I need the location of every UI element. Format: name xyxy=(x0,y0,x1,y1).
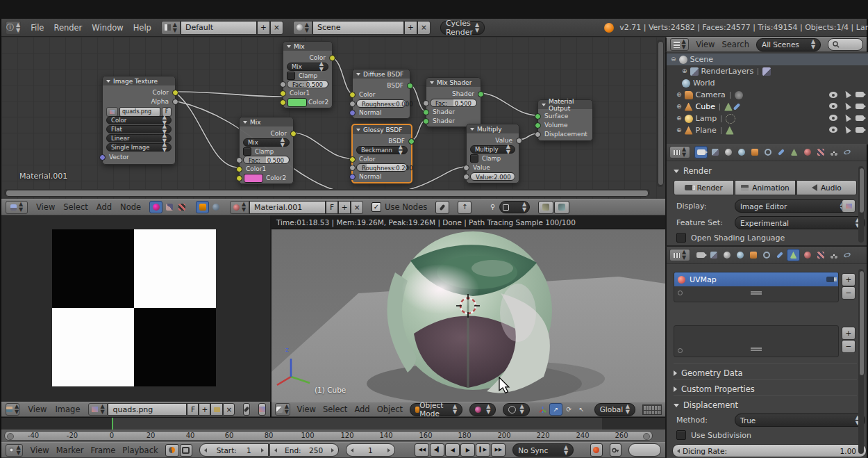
menu-view[interactable]: View xyxy=(297,404,316,414)
tab-scene[interactable] xyxy=(722,147,734,158)
custom-properties-panel-header[interactable]: Custom Properties xyxy=(674,379,857,394)
viewport-3d[interactable]: z (1) Cube xyxy=(272,229,665,402)
translate-manipulator[interactable]: ↗ xyxy=(549,403,562,416)
node-glossy-bsdf[interactable]: Glossy BSDF BSDF Beckmann▲▼ Color Roughn… xyxy=(351,124,412,183)
scene-name[interactable]: Scene xyxy=(312,21,404,35)
tab-render-layers[interactable] xyxy=(708,250,719,261)
collapse-icon[interactable] xyxy=(430,81,434,84)
properties-data-editor[interactable]: ▲▼ UVMap + − Vertex Colors xyxy=(665,247,867,458)
menu-search[interactable]: Search xyxy=(721,40,749,49)
fake-user-button[interactable]: F xyxy=(326,201,338,214)
pivot-dropdown[interactable]: ▲▼ xyxy=(503,403,529,416)
socket-displacement-input[interactable] xyxy=(535,131,541,138)
remove-vertex-color-button[interactable]: − xyxy=(842,340,856,353)
socket-color1-input[interactable] xyxy=(236,166,242,172)
blend-type-dropdown[interactable]: Mix▲▼ xyxy=(287,63,328,71)
tab-object-data[interactable] xyxy=(787,249,800,261)
socket-color-output[interactable] xyxy=(172,90,178,96)
editor-type-selector-node[interactable]: ▲▼ xyxy=(6,201,28,214)
add-vertex-color-button[interactable]: + xyxy=(842,327,856,340)
editor-type-selector-3d[interactable]: ▲▼ xyxy=(275,403,290,416)
blend-type-dropdown[interactable]: Mix▲▼ xyxy=(243,138,290,147)
node-diffuse-bsdf[interactable]: Diffuse BSDF BSDF Color Roughness:0.000 … xyxy=(352,69,410,119)
scrollbar-cap-left[interactable] xyxy=(7,433,14,440)
snap-element-dropdown[interactable]: ▲▼ xyxy=(499,201,530,213)
decrement-arrow[interactable] xyxy=(351,448,353,452)
decrement-arrow[interactable] xyxy=(274,448,277,452)
expand-icon[interactable]: ⊕ xyxy=(682,68,687,74)
menu-image[interactable]: Image xyxy=(55,404,80,414)
fac-slider[interactable]: Fac:0.500 xyxy=(287,80,328,88)
tab-object[interactable] xyxy=(747,250,759,261)
increment-arrow[interactable] xyxy=(387,448,390,452)
h-scrollbar-track[interactable] xyxy=(4,189,650,196)
uvmap-list-item[interactable]: UVMap xyxy=(674,272,838,286)
menu-view[interactable]: View xyxy=(696,40,715,49)
editor-type-selector-info[interactable]: ⓘ ▲▼ xyxy=(6,21,21,35)
tab-particles[interactable] xyxy=(828,147,840,158)
unlink-image-button[interactable]: × xyxy=(223,403,235,416)
end-frame-field[interactable]: End: 250 xyxy=(269,443,339,457)
menu-frame[interactable]: Frame xyxy=(90,445,115,455)
socket-shader-output[interactable] xyxy=(478,91,484,97)
display-dropdown[interactable]: Image Editor ▲▼ xyxy=(735,199,850,213)
increment-arrow[interactable] xyxy=(331,448,334,452)
material-name-field[interactable]: Material.001 xyxy=(249,201,326,214)
tab-modifiers[interactable] xyxy=(774,250,785,261)
menu-add[interactable]: Add xyxy=(354,404,369,414)
visibility-toggle[interactable] xyxy=(829,102,837,111)
image-icon[interactable] xyxy=(106,107,118,117)
render-button[interactable]: Render xyxy=(674,180,734,195)
keying-set-field[interactable] xyxy=(628,443,661,457)
collapse-icon[interactable]: ⊖ xyxy=(671,56,676,63)
render-uv-icon[interactable] xyxy=(826,277,835,282)
menu-help[interactable]: Help xyxy=(133,23,151,33)
viewport-shading-dropdown[interactable]: ▲▼ xyxy=(469,403,496,416)
color2-swatch[interactable] xyxy=(287,98,307,107)
renderable-toggle[interactable] xyxy=(856,126,864,135)
expand-icon[interactable]: ⊕ xyxy=(676,104,682,110)
socket-normal-input[interactable] xyxy=(349,110,356,116)
scrollbar-thumb[interactable] xyxy=(859,167,865,213)
timeline-ruler[interactable]: -40 -20 0 20 40 60 80 100 120 140 160 18… xyxy=(1,430,665,442)
resize-grip[interactable] xyxy=(751,291,762,295)
outliner-row-plane[interactable]: ⊕ Plane xyxy=(667,124,868,136)
tab-world[interactable] xyxy=(734,250,746,261)
increment-arrow[interactable] xyxy=(261,448,264,452)
socket-color-input[interactable] xyxy=(349,156,356,163)
collapse-icon[interactable] xyxy=(287,45,291,48)
socket-vector-input[interactable] xyxy=(99,154,106,161)
use-preview-range-button[interactable] xyxy=(165,444,179,457)
object-shader-tab[interactable] xyxy=(196,201,209,213)
delete-scene-button[interactable]: × xyxy=(417,21,431,35)
tab-constraints[interactable] xyxy=(762,147,774,158)
displacement-panel-header[interactable]: Displacement xyxy=(674,395,857,410)
image-datablock-icon[interactable]: ▲▼ xyxy=(88,403,108,416)
tab-texture[interactable] xyxy=(815,147,826,158)
screen-layout-icon[interactable]: ▲▼ xyxy=(161,21,181,35)
h-scrollbar-thumb[interactable] xyxy=(6,190,649,197)
tab-scene[interactable] xyxy=(721,250,733,261)
compositing-nodes-tab[interactable] xyxy=(176,202,187,213)
shader-nodes-tab[interactable] xyxy=(149,201,162,213)
menu-playback[interactable]: Playback xyxy=(122,445,158,455)
snap-toggle[interactable]: ⚲ xyxy=(487,202,499,213)
socket-bsdf-output[interactable] xyxy=(408,138,415,145)
collapse-icon[interactable] xyxy=(106,80,110,83)
socket-fac-input[interactable] xyxy=(423,100,429,106)
v-scrollbar-track[interactable] xyxy=(657,40,663,187)
fac-slider[interactable]: Fac:0.500 xyxy=(243,156,290,164)
image-name-field[interactable]: quads.png xyxy=(108,403,187,416)
outliner-row-scene[interactable]: ⊖ Scene xyxy=(667,54,868,65)
tab-modifiers[interactable] xyxy=(775,147,787,158)
rotate-manipulator[interactable]: ⟳ xyxy=(563,404,575,415)
menu-add[interactable]: Add xyxy=(97,202,112,212)
vertex-colors-list[interactable] xyxy=(674,325,839,357)
menu-view[interactable]: View xyxy=(36,202,55,212)
collapse-icon[interactable] xyxy=(470,128,474,131)
paste-node-group-button[interactable] xyxy=(554,201,569,214)
tab-material[interactable] xyxy=(801,147,813,158)
outliner-row-world[interactable]: World xyxy=(667,77,868,89)
scene-datablock-icon[interactable]: ▲▼ xyxy=(293,21,312,35)
use-nodes-checkbox[interactable]: ✓ xyxy=(372,202,381,212)
